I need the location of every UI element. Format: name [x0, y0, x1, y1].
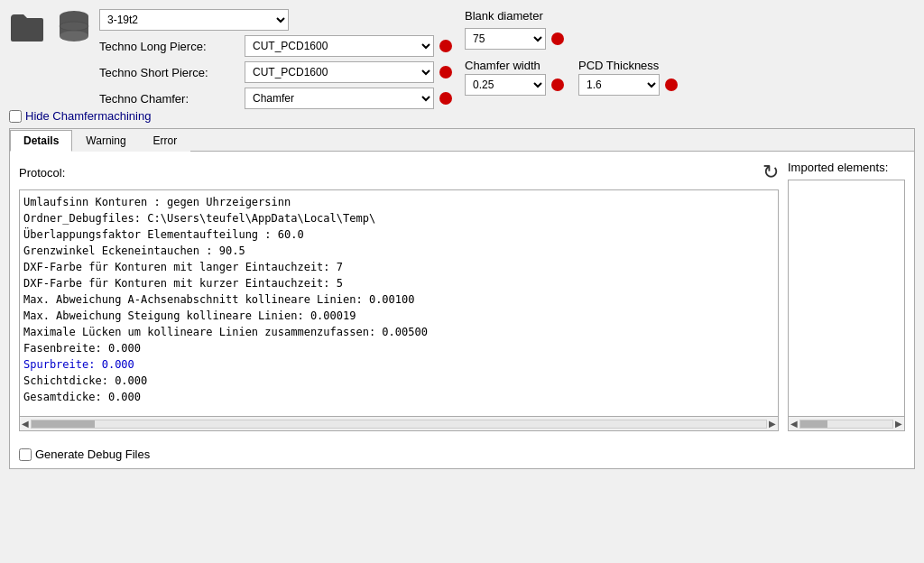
chamfer-width-select[interactable]: 0.25: [465, 74, 546, 96]
generate-debug-checkbox[interactable]: [19, 448, 32, 461]
techno-chamfer-dot[interactable]: [439, 92, 452, 105]
pcd-thickness-label: PCD Thickness: [578, 59, 678, 72]
imported-scroll-left[interactable]: ◀: [789, 419, 799, 429]
techno-long-pierce-dot[interactable]: [439, 40, 452, 52]
svg-point-3: [60, 22, 88, 31]
techno-short-pierce-select[interactable]: CUT_PCD1600: [245, 61, 434, 83]
hide-chamfer-label: Hide Chamfermachining: [25, 109, 151, 123]
bottom-bar: Generate Debug Files: [10, 440, 914, 468]
tab-bar: Details Warning Error: [10, 129, 914, 152]
protocol-line: DXF-Farbe für Konturen mit kurzer Eintau…: [23, 275, 774, 291]
protocol-line: Max. Abweichung A-Achsenabschnitt kollin…: [23, 291, 774, 308]
techno-chamfer-select[interactable]: Chamfer: [245, 88, 434, 109]
protocol-line: Fasenbreite: 0.000: [23, 340, 774, 356]
protocol-line: Grenzwinkel Eckeneintauchen : 90.5: [23, 243, 774, 259]
protocol-line: Gesamtdicke: 0.000: [23, 389, 774, 405]
blank-diameter-label: Blank diameter: [465, 9, 543, 23]
protocol-label: Protocol:: [19, 166, 65, 180]
pcd-thickness-select[interactable]: 1.6: [578, 74, 660, 96]
protocol-line: DXF-Farbe für Konturen mit langer Eintau…: [23, 259, 774, 275]
techno-chamfer-label: Techno Chamfer:: [99, 92, 239, 106]
pcd-thickness-dot[interactable]: [665, 78, 678, 91]
scroll-left-arrow[interactable]: ◀: [20, 419, 31, 429]
imported-label: Imported elements:: [788, 161, 905, 174]
techno-short-pierce-dot[interactable]: [439, 66, 452, 78]
protocol-line: Überlappungsfaktor Elementaufteilung : 6…: [23, 226, 774, 243]
tab-error[interactable]: Error: [140, 130, 191, 152]
imported-scroll-right[interactable]: ▶: [893, 419, 904, 429]
hide-chamfer-checkbox[interactable]: [9, 110, 22, 123]
chamfer-width-label: Chamfer width: [465, 59, 564, 72]
svg-point-2: [60, 31, 88, 42]
protocol-line: Maximale Lücken um kollineare Linien zus…: [23, 324, 774, 340]
protocol-line: Schichtdicke: 0.000: [23, 373, 774, 389]
tab-details[interactable]: Details: [10, 130, 72, 152]
tab-content-details: Protocol: ↻ Umlaufsinn Konturen : gegen …: [10, 152, 914, 440]
techno-long-pierce-select[interactable]: CUT_PCD1600: [245, 35, 434, 57]
blank-diameter-select[interactable]: 75: [465, 28, 546, 50]
protocol-line-blue: Spurbreite: 0.000: [23, 356, 774, 373]
database-icon: [58, 9, 90, 53]
tab-warning[interactable]: Warning: [72, 130, 139, 152]
main-dropdown[interactable]: 3-19t2: [99, 9, 289, 31]
protocol-line: Umlaufsinn Konturen : gegen Uhrzeigersin…: [23, 194, 774, 210]
protocol-line: Ordner_Debugfiles: C:\Users\teufel\AppDa…: [23, 210, 774, 226]
techno-short-pierce-label: Techno Short Pierce:: [99, 66, 239, 79]
protocol-line: Max. Abweichung Steigung kollineare Lini…: [23, 308, 774, 324]
protocol-box[interactable]: Umlaufsinn Konturen : gegen Uhrzeigersin…: [19, 189, 779, 417]
techno-long-pierce-label: Techno Long Pierce:: [99, 40, 239, 53]
chamfer-width-dot[interactable]: [551, 78, 564, 91]
folder-icon[interactable]: [9, 13, 45, 51]
refresh-icon[interactable]: ↻: [762, 161, 779, 184]
blank-diameter-dot[interactable]: [551, 32, 564, 45]
scroll-right-arrow[interactable]: ▶: [767, 419, 778, 429]
imported-box[interactable]: [788, 180, 905, 417]
generate-debug-label: Generate Debug Files: [35, 448, 150, 461]
